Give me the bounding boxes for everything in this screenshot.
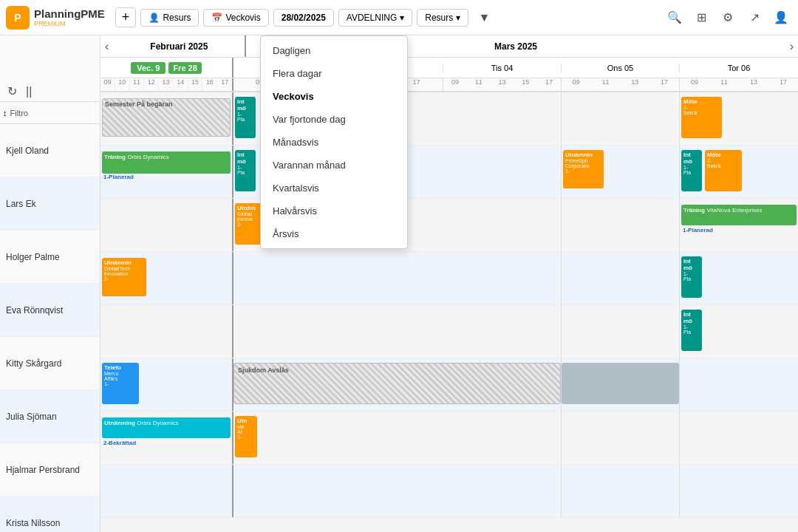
avdelning-dropdown[interactable]: AVDELNING ▾ xyxy=(338,9,412,27)
menu-item-manadsvis[interactable]: Månadsvis xyxy=(261,131,407,154)
sort-icon[interactable]: ↕ xyxy=(3,109,7,117)
event-int-mo-lars-tis[interactable]: Intmö 1-Pla xyxy=(235,150,256,191)
resurs-label: Resurs xyxy=(163,13,191,23)
menu-item-flera-dagar[interactable]: Flera dagar xyxy=(261,62,407,85)
row-kitty: Intmö 1-Pla xyxy=(100,305,798,358)
menu-item-kvartalsvis[interactable]: Kvartalsvis xyxy=(261,177,407,200)
row-hjalmar: Utnämning Orbis Dynamics 2-Bekräftad Utn… xyxy=(100,412,798,465)
event-int-mo-eva-tor[interactable]: Intmö 1-Pla xyxy=(681,256,702,298)
event-utnamning-lars-ons[interactable]: Utnämnin PrimeSphCorporatio1- xyxy=(563,150,604,188)
hour-tis-15: 15 xyxy=(514,78,537,91)
row-julia: Telefo MercuAffärs1- Sjukdom Avslås xyxy=(100,358,798,412)
app-name: PlanningPME xyxy=(34,7,105,20)
logo-text: PlanningPME PREMIUM xyxy=(34,7,105,27)
veckovis-button[interactable]: 📅 Veckovis xyxy=(203,9,268,27)
event-semester-kjell[interactable]: Semester På begäran xyxy=(102,98,231,137)
chevron-down-icon: ▾ xyxy=(400,13,404,23)
resource-eva: Eva Rönnqvist xyxy=(0,284,100,337)
search-icon[interactable]: 🔍 xyxy=(664,7,686,29)
event-traning-holger-tor[interactable]: Träning VitaNova Enterprises xyxy=(681,205,797,225)
hour-tor-13: 13 xyxy=(739,78,768,91)
resource-hjalmar: Hjalmar Persbrand xyxy=(0,443,100,497)
event-traning-lars-feb[interactable]: Träning Orbis Dynamics xyxy=(102,151,231,174)
badge-1-planerad-holger: 1-Planerad xyxy=(683,227,713,233)
hour-feb-11: 11 xyxy=(130,78,145,91)
calendar-icon: 📅 xyxy=(211,13,222,23)
event-mote-kjell-tor[interactable]: Möte 2-Bekrä xyxy=(681,97,722,138)
row-krista xyxy=(100,465,798,518)
badge-2-bekraftad-hjalmar: 2-Bekräftad xyxy=(103,440,136,446)
menu-item-veckovis[interactable]: Veckovis xyxy=(261,85,407,108)
chevron-down-icon2: ▾ xyxy=(456,13,460,23)
hour-feb-14: 14 xyxy=(174,78,188,91)
event-gray-julia-ons xyxy=(562,363,679,404)
tor06-label: Tor 06 xyxy=(680,64,798,72)
hour-feb-10: 10 xyxy=(115,78,130,91)
filter-row: ↕ Filtro xyxy=(0,102,100,124)
user-icon[interactable]: 👤 xyxy=(770,7,792,29)
date-display[interactable]: 28/02/2025 xyxy=(273,9,334,27)
hour-tis-09: 09 xyxy=(443,78,467,91)
resource-holger: Holger Palme xyxy=(0,231,100,284)
calendar-header: ‹ Februari 2025 Mars 2025 › Vec. 9 Fre 2… xyxy=(100,35,798,92)
collapse-button[interactable]: || xyxy=(23,85,35,98)
add-button[interactable]: + xyxy=(115,7,137,27)
topbar: P PlanningPME PREMIUM + 👤 Resurs 📅 Vecko… xyxy=(0,0,798,35)
hour-tor-17: 17 xyxy=(768,78,798,91)
hour-tor-11: 11 xyxy=(709,78,739,91)
event-telefo-julia-feb[interactable]: Telefo MercuAffärs1- xyxy=(102,363,139,404)
calendar-body: Semester På begäran Intmö 1-Pla xyxy=(100,92,798,532)
avdelning-label: AVDELNING xyxy=(347,13,397,23)
menu-item-halvarsvis[interactable]: Halvårsvis xyxy=(261,200,407,222)
hour-tis-13: 13 xyxy=(491,78,514,91)
hour-feb-16: 16 xyxy=(202,78,217,91)
gear-icon[interactable]: ⚙ xyxy=(717,7,739,29)
resource-kitty: Kitty Skårgard xyxy=(0,337,100,390)
resource-julia: Julia Sjöman xyxy=(0,390,100,443)
event-utn-hjalmar-mon[interactable]: Utn MeAf1- xyxy=(235,416,257,457)
tis04-label: Tis 04 xyxy=(443,64,562,72)
ons05-label: Ons 05 xyxy=(562,64,680,72)
row-holger: Utnäm GlobalInnova2- Intmö 1-Pla xyxy=(100,199,798,252)
week9-label: Vec. 9 xyxy=(131,62,166,74)
menu-item-arsvis[interactable]: Årsvis xyxy=(261,222,407,245)
app-logo: P PlanningPME PREMIUM xyxy=(6,6,105,30)
event-sjukdom-julia[interactable]: Sjukdom Avslås xyxy=(233,363,561,404)
prev-nav-button[interactable]: ‹ xyxy=(100,40,113,53)
hour-feb-13: 13 xyxy=(159,78,174,91)
resource-krista: Krista Nilsson xyxy=(0,497,100,532)
hour-ons-13: 13 xyxy=(621,78,650,91)
resource-lars: Lars Ek xyxy=(0,177,100,231)
layers-icon[interactable]: ⊞ xyxy=(690,7,712,29)
resurs2-dropdown[interactable]: Resurs ▾ xyxy=(417,9,468,27)
event-utnamn-holger-mon[interactable]: Utnäm GlobalInnova2- xyxy=(235,203,262,245)
hour-feb-09: 09 xyxy=(100,78,115,91)
share-icon[interactable]: ↗ xyxy=(743,7,765,29)
resource-kjell: Kjell Oland xyxy=(0,124,100,177)
event-mote-lars-tor[interactable]: Möte 2-Bekrä xyxy=(705,150,742,191)
event-utnamning-hjalmar-feb[interactable]: Utnämning Orbis Dynamics xyxy=(102,417,231,438)
menu-item-dagligen[interactable]: Dagligen xyxy=(261,39,407,62)
hour-feb-15: 15 xyxy=(188,78,203,91)
menu-item-varannan-manad[interactable]: Varannan månad xyxy=(261,154,407,177)
menu-item-var-fjortonde-dag[interactable]: Var fjortonde dag xyxy=(261,108,407,131)
hour-feb-17: 17 xyxy=(217,78,232,91)
event-utnamning-eva-feb[interactable]: Utnämnin GlobalTechInnovation2- xyxy=(102,258,146,296)
next-nav-button[interactable]: › xyxy=(785,40,798,53)
event-int-mo-lars-tor[interactable]: Intmö 1-Pla xyxy=(681,150,702,191)
fre28-label: Fre 28 xyxy=(168,62,201,74)
refresh-button[interactable]: ↻ xyxy=(4,84,20,98)
filter-icon[interactable]: ▼ xyxy=(473,7,495,29)
hour-ons-17: 17 xyxy=(649,78,679,91)
badge-1-planerad: 1-Planerad xyxy=(103,174,134,180)
event-int-mo-kjell-tis[interactable]: Intmö 1-Pla xyxy=(235,97,256,138)
feb-month-label: Februari 2025 xyxy=(113,35,246,57)
hour-tor-09: 09 xyxy=(680,78,709,91)
hour-tis-11: 11 xyxy=(467,78,491,91)
resurs-button[interactable]: 👤 Resurs xyxy=(140,9,199,27)
app-badge: PREMIUM xyxy=(34,20,105,27)
event-int-mo-kitty-tor[interactable]: Intmö 1-Pla xyxy=(681,310,702,351)
hour-feb-12: 12 xyxy=(144,78,159,91)
hour-tis-17: 17 xyxy=(537,78,561,91)
resurs2-label: Resurs xyxy=(425,13,453,23)
